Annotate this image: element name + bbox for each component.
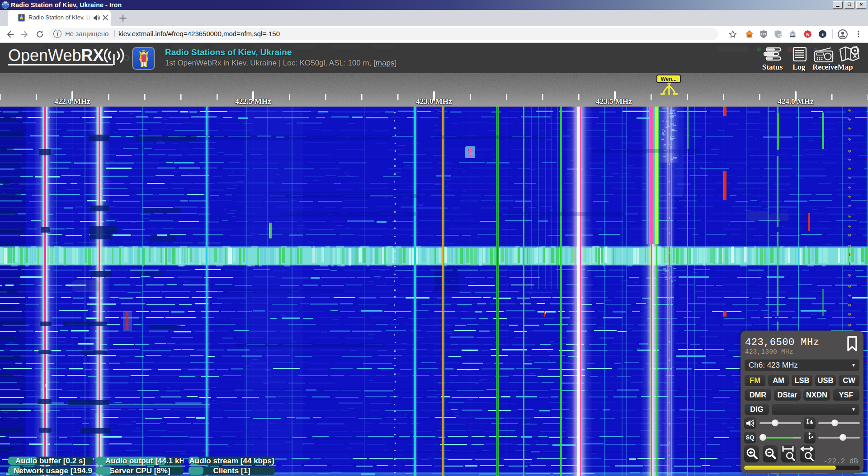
svg-text:UO: UO [761, 33, 766, 36]
svg-text:NEW: NEW [790, 34, 796, 37]
svg-text:e: e [821, 32, 823, 37]
svg-text:W: W [806, 33, 810, 37]
